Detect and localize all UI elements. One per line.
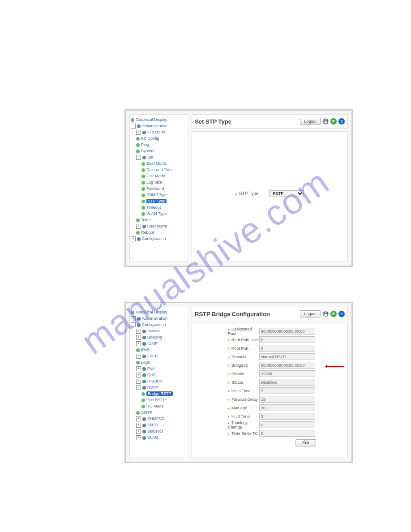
field-label: Protocol: [197, 355, 259, 359]
tree-system[interactable]: System: [136, 148, 187, 154]
field-label: Priority: [197, 372, 259, 376]
tree-port-rstp[interactable]: Port RSTP: [141, 397, 187, 403]
tree-graphical-display[interactable]: Graphical Display: [131, 309, 187, 315]
form-row: Hello Time: [197, 386, 343, 395]
field-value[interactable]: [259, 404, 315, 411]
field-value[interactable]: [259, 396, 315, 403]
field-label: Forward Delay: [197, 397, 259, 402]
form-row: Bridge ID: [197, 361, 343, 369]
save-icon[interactable]: 💾: [322, 118, 329, 124]
tree-lacp[interactable]: +LACP: [136, 353, 187, 359]
field-value[interactable]: [259, 370, 315, 377]
field-value[interactable]: [259, 413, 315, 420]
field-label: Bridge ID: [197, 363, 259, 368]
content-area: STP Type RSTP: [192, 131, 348, 262]
tree-logs[interactable]: Logs: [136, 360, 187, 365]
tree-graphical-display[interactable]: Graphical Display: [131, 117, 187, 123]
page-title: Set STP Type: [195, 118, 231, 125]
tree-user-mgmt[interactable]: +User Mgmt: [136, 223, 187, 229]
tree-kill-config[interactable]: Kill Config: [136, 136, 187, 142]
tree-smtp[interactable]: SMTP: [136, 410, 187, 416]
tree-radius[interactable]: +RADIUS: [136, 378, 187, 384]
field-label: Hold Time: [197, 414, 259, 419]
tree-date-time[interactable]: Date and Time: [141, 167, 187, 173]
tree-ftp-mode[interactable]: FTP Mode: [141, 173, 187, 179]
field-value[interactable]: [259, 345, 315, 352]
form-row: Root Path Cost: [197, 335, 343, 344]
tree-vlan[interactable]: +VLAN: [136, 435, 187, 441]
field-label: Topology Change: [197, 420, 259, 429]
tree-reboot[interactable]: Reboot: [136, 230, 187, 236]
field-value[interactable]: [259, 328, 315, 335]
logout-button[interactable]: Logout: [300, 118, 321, 125]
reload-icon[interactable]: ⟳: [330, 311, 337, 317]
form-row: Protocol: [197, 352, 343, 361]
page-title: RSTP Bridge Configuration: [195, 311, 270, 317]
tree-port[interactable]: +Port: [136, 366, 187, 372]
rstp-form: Designated RootRoot Path CostRoot PortPr…: [197, 327, 343, 438]
form-row: Forward Delay: [197, 395, 343, 403]
tree-rstp[interactable]: -RSTP Bridge RSTP Port RSTP RO Mode: [136, 385, 187, 409]
form-row: Topology Change: [197, 420, 343, 429]
field-value[interactable]: [259, 430, 315, 437]
field-value[interactable]: [259, 353, 315, 360]
field-value[interactable]: [259, 379, 315, 386]
tree-qos[interactable]: +QoS: [136, 372, 187, 378]
form-row: Priority: [197, 369, 343, 378]
field-value[interactable]: [259, 336, 315, 343]
help-icon[interactable]: ?: [338, 311, 345, 317]
field-label: Status: [197, 380, 259, 385]
form-row: Status: [197, 378, 343, 386]
field-value[interactable]: [259, 421, 315, 428]
tree-configuration[interactable]: +Configuration: [131, 236, 187, 242]
tree-file-mgmt[interactable]: +File Mgmt: [136, 129, 187, 135]
tree-snmp-type[interactable]: SNMP Type: [141, 192, 187, 198]
tree-log-size[interactable]: Log Size: [141, 180, 187, 185]
stp-type-select[interactable]: RSTP: [269, 190, 304, 197]
tree-snmpv3[interactable]: +SNMPV3: [136, 416, 187, 422]
field-value[interactable]: [259, 387, 315, 394]
tree-telnet[interactable]: Telnet: [136, 217, 187, 223]
save-icon[interactable]: 💾: [322, 311, 329, 317]
tree-boot-mode[interactable]: Boot Mode: [141, 161, 187, 167]
tree-ping[interactable]: Ping: [136, 142, 187, 148]
form-row: Hold Time: [197, 412, 343, 420]
reload-icon[interactable]: ⟳: [330, 118, 337, 124]
tree-ro-mode[interactable]: RO Mode: [141, 403, 187, 409]
field-label: Hello Time: [197, 389, 259, 393]
tree-administration[interactable]: -Administration +File Mgmt Kill Config P…: [131, 123, 187, 236]
help-icon[interactable]: ?: [338, 118, 345, 124]
tree-password[interactable]: Password: [141, 186, 187, 192]
tree-timeout[interactable]: Timeout: [141, 205, 187, 210]
rstp-bridge-config-panel: Graphical Display +Administration -Confi…: [124, 302, 353, 463]
form-row: Time Since TC: [197, 429, 343, 438]
field-label: Root Port: [197, 346, 259, 351]
field-value[interactable]: [259, 362, 315, 369]
field-label: Root Path Cost: [197, 338, 259, 342]
nav-tree: Graphical Display -Administration +File …: [129, 114, 188, 262]
nav-tree: Graphical Display +Administration -Confi…: [129, 307, 188, 458]
content-area: Designated RootRoot Path CostRoot PortPr…: [192, 324, 348, 458]
form-row: Root Port: [197, 344, 343, 352]
field-label: Max Age: [197, 406, 259, 410]
tree-statistics[interactable]: +Statistics: [136, 429, 187, 434]
field-label: Designated Root: [197, 327, 259, 336]
tree-configuration[interactable]: -Configuration +Access +Bridging +IGMP I…: [131, 322, 187, 441]
tree-bridge-rstp[interactable]: Bridge RSTP: [141, 391, 187, 397]
tree-vlan-type[interactable]: VLAN Type: [141, 211, 187, 217]
tree-igmp[interactable]: +IGMP: [136, 341, 187, 347]
tree-bridging[interactable]: +Bridging: [136, 335, 187, 340]
tree-ipv6[interactable]: IPv6: [136, 347, 187, 353]
form-row: Max Age: [197, 403, 343, 412]
tree-access[interactable]: +Access: [136, 328, 187, 334]
stp-type-label: STP Type: [235, 191, 259, 196]
logout-button[interactable]: Logout: [300, 310, 321, 317]
form-row: Designated Root: [197, 327, 343, 335]
callout-arrow-icon: [326, 366, 344, 367]
tree-administration[interactable]: +Administration: [131, 316, 187, 322]
tree-stp-type[interactable]: STP Type: [141, 198, 187, 204]
edit-button[interactable]: Edit: [295, 439, 316, 446]
tree-sntp[interactable]: +SNTP: [136, 422, 187, 428]
tree-set[interactable]: -Set Boot Mode Date and Time FTP Mode Lo…: [136, 154, 187, 217]
field-label: Time Since TC: [197, 431, 259, 436]
